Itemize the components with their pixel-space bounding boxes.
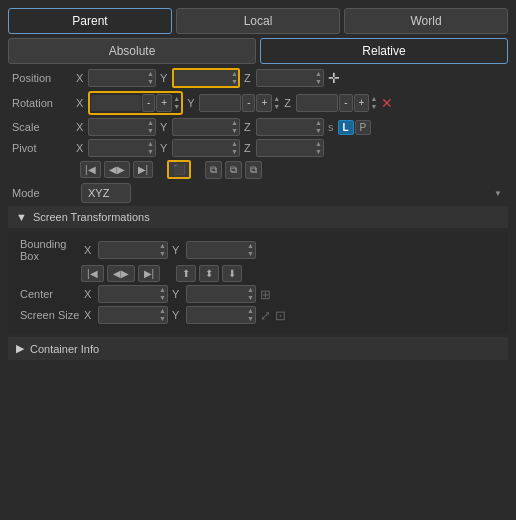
pivot-y-input[interactable]: -142.0: [172, 139, 240, 157]
position-y-up[interactable]: ▲: [231, 70, 238, 78]
mode-select[interactable]: XYZ XY XZ YZ: [81, 183, 131, 203]
center-y-input[interactable]: 0: [186, 285, 256, 303]
center-y-down[interactable]: ▼: [247, 294, 254, 302]
rotation-x-minus[interactable]: -: [142, 94, 155, 112]
bb-y-input[interactable]: 0: [186, 241, 256, 259]
pivot-copy1-icon[interactable]: ⧉: [205, 161, 222, 179]
screen-size-y-up[interactable]: ▲: [247, 307, 254, 315]
position-z-up[interactable]: ▲: [315, 70, 322, 78]
scale-x-input[interactable]: 1.0: [88, 118, 156, 136]
position-x-input[interactable]: 0.0: [88, 69, 156, 87]
screen-transformations-label: Screen Transformations: [33, 211, 150, 223]
scale-fields: X 1.0 ▲ ▼ Y 1.0 ▲ ▼: [76, 118, 508, 136]
rotation-z-plus[interactable]: +: [354, 94, 370, 112]
tab-local[interactable]: Local: [176, 8, 340, 34]
rotation-x-down[interactable]: ▼: [173, 103, 180, 111]
rotation-z-up[interactable]: ▲: [370, 95, 377, 103]
position-y-input[interactable]: -144.0: [172, 68, 240, 88]
tab-absolute[interactable]: Absolute: [8, 38, 256, 64]
position-x-down[interactable]: ▼: [147, 78, 154, 86]
rotation-x-plus[interactable]: +: [156, 94, 172, 112]
rotation-x-up[interactable]: ▲: [173, 95, 180, 103]
pivot-z-spin: 0.0 ▲ ▼: [256, 139, 324, 157]
rotation-y-down[interactable]: ▼: [273, 103, 280, 111]
scale-z-down[interactable]: ▼: [315, 127, 322, 135]
rotation-y-plus[interactable]: +: [256, 94, 272, 112]
scale-z-input[interactable]: 1.0: [256, 118, 324, 136]
pivot-right-icon[interactable]: ▶|: [133, 161, 154, 178]
screen-size-y-input[interactable]: 0: [186, 306, 256, 324]
screen-size-x-input[interactable]: 0: [98, 306, 168, 324]
pivot-center-selected-icon[interactable]: ⬛: [167, 160, 191, 179]
center-x-input[interactable]: 0: [98, 285, 168, 303]
pivot-copy2-icon[interactable]: ⧉: [225, 161, 242, 179]
center-y-up[interactable]: ▲: [247, 286, 254, 294]
rotation-z-minus[interactable]: -: [339, 94, 352, 112]
center-grid-icon[interactable]: ⊞: [260, 287, 271, 302]
container-info-section[interactable]: ▶ Container Info: [8, 337, 508, 360]
screen-size-y-axis: Y: [172, 309, 182, 321]
pivot-copy3-icon[interactable]: ⧉: [245, 161, 262, 179]
bb-x-up[interactable]: ▲: [159, 242, 166, 250]
scale-x-up[interactable]: ▲: [147, 119, 154, 127]
bb-x-input[interactable]: 0: [98, 241, 168, 259]
position-x-up[interactable]: ▲: [147, 70, 154, 78]
screen-size-expand-icon[interactable]: ⤢: [260, 308, 271, 323]
pivot-y-up[interactable]: ▲: [231, 140, 238, 148]
bb-x-down[interactable]: ▼: [159, 250, 166, 258]
mode-label: Mode: [8, 187, 73, 199]
bb-align-v-center[interactable]: ⬍: [199, 265, 219, 282]
position-crosshair-icon[interactable]: ✛: [328, 70, 340, 86]
pivot-z-input[interactable]: 0.0: [256, 139, 324, 157]
scale-y-down[interactable]: ▼: [231, 127, 238, 135]
pivot-h-center-icon[interactable]: ◀▶: [104, 161, 130, 178]
screen-size-y-down[interactable]: ▼: [247, 315, 254, 323]
rotation-y-input[interactable]: 0.0: [199, 94, 241, 112]
screen-size-y-spin: 0 ▲ ▼: [186, 306, 256, 324]
screen-transformations-header[interactable]: ▼ Screen Transformations: [8, 206, 508, 228]
pivot-y-down[interactable]: ▼: [231, 148, 238, 156]
center-x-up[interactable]: ▲: [159, 286, 166, 294]
tab-parent[interactable]: Parent: [8, 8, 172, 34]
position-label: Position: [8, 72, 73, 84]
rotation-z-axis: Z: [284, 97, 294, 109]
tab-world[interactable]: World: [344, 8, 508, 34]
pivot-icons-row: |◀ ◀▶ ▶| ⬛ ⧉ ⧉ ⧉: [76, 160, 508, 179]
screen-transformations-chevron: ▼: [16, 211, 27, 223]
rotation-x-icon[interactable]: ✕: [381, 95, 393, 111]
rotation-y-minus[interactable]: -: [242, 94, 255, 112]
pivot-z-down[interactable]: ▼: [315, 148, 322, 156]
scale-p-button[interactable]: P: [355, 120, 372, 135]
rotation-z-input[interactable]: 0.0: [296, 94, 338, 112]
bb-y-up[interactable]: ▲: [247, 242, 254, 250]
pivot-x-down[interactable]: ▼: [147, 148, 154, 156]
scale-y-input[interactable]: 1.0: [172, 118, 240, 136]
scale-l-button[interactable]: L: [338, 120, 354, 135]
bb-y-down[interactable]: ▼: [247, 250, 254, 258]
bb-align-h-center[interactable]: ◀▶: [107, 265, 135, 282]
bb-align-left[interactable]: |◀: [81, 265, 104, 282]
screen-size-lock-icon[interactable]: ⊡: [275, 308, 286, 323]
center-x-down[interactable]: ▼: [159, 294, 166, 302]
pivot-z-up[interactable]: ▲: [315, 140, 322, 148]
scale-z-up[interactable]: ▲: [315, 119, 322, 127]
scale-y-up[interactable]: ▲: [231, 119, 238, 127]
screen-size-x-down[interactable]: ▼: [159, 315, 166, 323]
screen-size-x-up[interactable]: ▲: [159, 307, 166, 315]
position-z-input[interactable]: -142.0: [256, 69, 324, 87]
rotation-x-input[interactable]: 90.0: [91, 95, 141, 111]
rotation-x-axis: X: [76, 97, 86, 109]
tab-relative[interactable]: Relative: [260, 38, 508, 64]
pivot-left-icon[interactable]: |◀: [80, 161, 101, 178]
bb-align-right[interactable]: ▶|: [138, 265, 161, 282]
scale-x-down[interactable]: ▼: [147, 127, 154, 135]
rotation-z-down[interactable]: ▼: [370, 103, 377, 111]
pivot-x-up[interactable]: ▲: [147, 140, 154, 148]
pivot-x-input[interactable]: 0.0: [88, 139, 156, 157]
bb-align-bottom[interactable]: ⬇: [222, 265, 242, 282]
rotation-y-up[interactable]: ▲: [273, 95, 280, 103]
position-z-spin: -142.0 ▲ ▼: [256, 69, 324, 87]
bb-align-top[interactable]: ⬆: [176, 265, 196, 282]
position-y-down[interactable]: ▼: [231, 78, 238, 86]
position-z-down[interactable]: ▼: [315, 78, 322, 86]
